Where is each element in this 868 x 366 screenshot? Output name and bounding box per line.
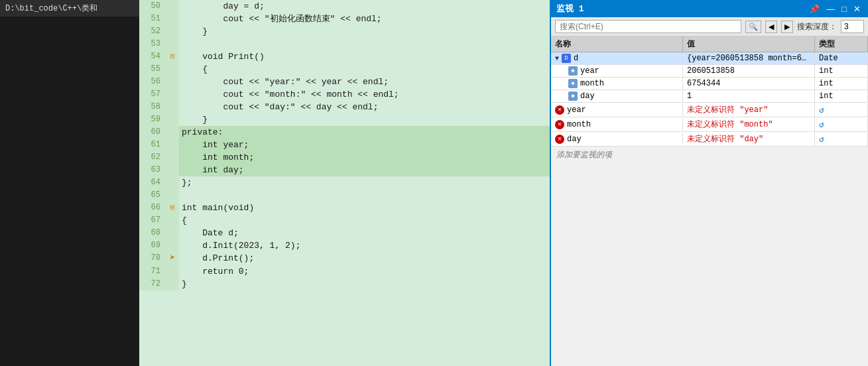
line-code[interactable]: int year; <box>179 139 550 151</box>
line-number: 61 <box>139 139 166 151</box>
watch-row[interactable]: ◆ day1int <box>551 90 868 103</box>
line-code[interactable]: d.Print(); <box>179 252 550 265</box>
code-table: 50 day = d;51 cout << "初始化函数结束" << endl;… <box>139 0 550 290</box>
line-gutter <box>166 227 179 239</box>
line-number: 60 <box>139 126 166 139</box>
watch-row[interactable]: ✕ day未定义标识符 "day" ↺ <box>551 132 868 147</box>
line-code[interactable] <box>179 38 550 50</box>
code-line: 68 Date d; <box>139 227 550 239</box>
field-icon: ◆ <box>568 66 578 76</box>
line-code[interactable]: } <box>179 113 550 126</box>
execution-arrow: ➤ <box>170 253 175 263</box>
watch-cell-value: {year=2060513858 month=6754... <box>683 52 815 64</box>
watch-depth-label: 搜索深度： <box>797 21 837 32</box>
line-number: 53 <box>139 38 166 50</box>
watch-nav-back-button[interactable]: ◀ <box>765 21 777 33</box>
line-number: 68 <box>139 227 166 239</box>
line-code[interactable]: int day; <box>179 164 550 176</box>
watch-row[interactable]: ◆ month6754344int <box>551 78 868 90</box>
code-editor[interactable]: 50 day = d;51 cout << "初始化函数结束" << endl;… <box>139 0 550 366</box>
watch-name-text: d <box>574 54 578 63</box>
watch-name-text: day <box>580 91 595 101</box>
code-line: 67{ <box>139 214 550 227</box>
line-code[interactable]: int month; <box>179 151 550 164</box>
watch-minimize-button[interactable]: — <box>824 4 837 14</box>
watch-cell-name: ✕ month <box>551 119 683 131</box>
code-line: 51 cout << "初始化函数结束" << endl; <box>139 13 550 25</box>
error-icon: ✕ <box>555 105 564 115</box>
code-line: 56 cout << "year:" << year << endl; <box>139 76 550 88</box>
line-code[interactable]: } <box>179 278 550 290</box>
refresh-icon[interactable]: ↺ <box>819 105 824 115</box>
line-code[interactable]: { <box>179 63 550 76</box>
code-line: 50 day = d; <box>139 0 550 13</box>
watch-cell-type: ↺ <box>815 133 868 146</box>
code-line: 70➤ d.Print(); <box>139 252 550 265</box>
line-code[interactable]: void Print() <box>179 50 550 63</box>
watch-row[interactable]: ✕ month未定义标识符 "month" ↺ <box>551 117 868 132</box>
line-gutter <box>166 239 179 252</box>
line-gutter <box>166 63 179 76</box>
line-number: 72 <box>139 278 166 290</box>
code-line: 71 return 0; <box>139 265 550 278</box>
line-code[interactable]: int main(void) <box>179 202 550 214</box>
code-line: 63 int day; <box>139 164 550 176</box>
watch-row[interactable]: ✕ year未定义标识符 "year" ↺ <box>551 103 868 117</box>
line-number: 65 <box>139 189 166 202</box>
line-number: 69 <box>139 239 166 252</box>
watch-nav-forward-button[interactable]: ▶ <box>781 21 793 33</box>
watch-depth-input[interactable] <box>841 20 864 33</box>
line-code[interactable]: day = d; <box>179 0 550 13</box>
watch-name-text: day <box>567 135 582 144</box>
line-gutter <box>166 126 179 139</box>
line-code[interactable] <box>179 189 550 202</box>
watch-close-button[interactable]: ✕ <box>851 4 863 14</box>
watch-add-item[interactable]: 添加要监视的项 <box>551 147 868 163</box>
sidebar-title: D:\bit_code\C++\类和 <box>0 0 139 17</box>
code-line: 60private: <box>139 126 550 139</box>
code-line: 55 { <box>139 63 550 76</box>
line-number: 57 <box>139 88 166 101</box>
watch-search-button[interactable]: 🔍 <box>745 21 761 33</box>
watch-maximize-button[interactable]: □ <box>839 4 849 14</box>
refresh-icon[interactable]: ↺ <box>819 119 824 130</box>
line-number: 63 <box>139 164 166 176</box>
line-code[interactable]: cout << "初始化函数结束" << endl; <box>179 13 550 25</box>
expand-arrow-icon[interactable]: ▼ <box>555 55 559 62</box>
watch-name-text: month <box>580 79 604 88</box>
line-number: 55 <box>139 63 166 76</box>
watch-row[interactable]: ▼ D d{year=2060513858 month=6754...Date <box>551 52 868 65</box>
watch-col-type: 类型 <box>815 36 868 52</box>
watch-cell-name: ◆ year <box>551 65 683 77</box>
watch-panel: 监视 1 📌 — □ ✕ 🔍 ◀ ▶ 搜索深度： 名称 值 类型 ▼ D d{y… <box>550 0 868 366</box>
refresh-icon[interactable]: ↺ <box>819 134 824 145</box>
watch-row[interactable]: ◆ year2060513858int <box>551 65 868 78</box>
watch-pin-button[interactable]: 📌 <box>807 4 822 14</box>
line-gutter <box>166 113 179 126</box>
line-code[interactable]: { <box>179 214 550 227</box>
line-code[interactable]: cout << "year:" << year << endl; <box>179 76 550 88</box>
line-gutter <box>166 101 179 113</box>
line-number: 62 <box>139 151 166 164</box>
watch-body: ▼ D d{year=2060513858 month=6754...Date◆… <box>551 52 868 366</box>
field-icon: ◆ <box>568 79 578 88</box>
line-gutter <box>166 176 179 189</box>
line-gutter <box>166 76 179 88</box>
line-code[interactable]: Date d; <box>179 227 550 239</box>
line-code[interactable]: d.Init(2023, 1, 2); <box>179 239 550 252</box>
watch-search-input[interactable] <box>555 20 741 33</box>
line-code[interactable]: cout << "day:" << day << endl; <box>179 101 550 113</box>
line-number: 71 <box>139 265 166 278</box>
line-number: 51 <box>139 13 166 25</box>
line-gutter: ⊟ <box>166 50 179 63</box>
watch-cell-value: 6754344 <box>683 78 815 90</box>
line-number: 56 <box>139 76 166 88</box>
watch-search-bar: 🔍 ◀ ▶ 搜索深度： <box>551 17 868 36</box>
watch-title: 监视 1 <box>556 3 584 15</box>
line-code[interactable]: } <box>179 25 550 38</box>
line-code[interactable]: cout << "month:" << month << endl; <box>179 88 550 101</box>
line-number: 50 <box>139 0 166 13</box>
line-code[interactable]: }; <box>179 176 550 189</box>
line-code[interactable]: return 0; <box>179 265 550 278</box>
line-code[interactable]: private: <box>179 126 550 139</box>
